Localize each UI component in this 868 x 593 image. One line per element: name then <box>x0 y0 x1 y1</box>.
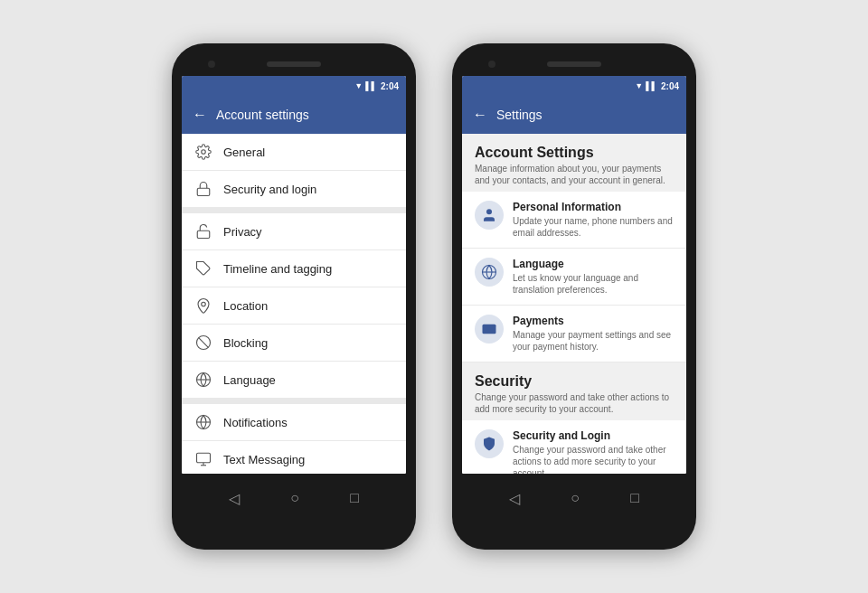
back-arrow-left[interactable]: ← <box>193 107 207 123</box>
tag-icon <box>194 259 212 278</box>
gear-icon <box>194 143 212 161</box>
account-section-header: Account Settings Manage information abou… <box>462 134 686 192</box>
message-icon <box>194 450 212 468</box>
phone-bottom-left: ◁ ○ □ <box>181 477 407 519</box>
app-header-right: ← Settings <box>462 96 686 134</box>
settings-item-personal[interactable]: Personal Information Update your name, p… <box>462 192 686 249</box>
svg-line-6 <box>199 338 209 348</box>
svg-rect-1 <box>197 188 210 195</box>
security-login-text: Security and Login Change your password … <box>513 429 674 474</box>
security-login-desc: Change your password and take other acti… <box>513 444 674 474</box>
menu-label-security: Security and login <box>223 183 316 196</box>
payments-title: Payments <box>513 315 674 327</box>
language-icon <box>475 258 504 287</box>
settings-item-security-login[interactable]: Security and Login Change your password … <box>462 420 686 474</box>
account-section-title: Account Settings <box>475 145 674 161</box>
speaker-left <box>267 61 321 67</box>
screen-right: ▼ ▌▌ 2:04 ← Settings Account Settings Ma… <box>462 76 686 474</box>
security-section-title: Security <box>475 373 674 390</box>
lock-icon <box>194 180 212 198</box>
payments-desc: Manage your payment settings and see you… <box>513 329 674 353</box>
menu-list-left: General Security and login Privacy <box>182 134 406 474</box>
status-bar-left: ▼ ▌▌ 2:04 <box>182 76 406 96</box>
status-icons-right: ▼ ▌▌ <box>635 81 657 90</box>
header-title-left: Account settings <box>216 108 309 122</box>
location-icon <box>194 296 212 315</box>
menu-item-location[interactable]: Location <box>182 287 406 325</box>
menu-item-blocking[interactable]: Blocking <box>182 325 406 362</box>
screen-left: ▼ ▌▌ 2:04 ← Account settings General <box>182 76 406 474</box>
phone-right: ▼ ▌▌ 2:04 ← Settings Account Settings Ma… <box>452 43 696 550</box>
menu-item-general[interactable]: General <box>182 134 406 171</box>
settings-screen: Account Settings Manage information abou… <box>462 134 686 474</box>
phone-top-left <box>181 56 407 72</box>
privacy-icon <box>194 222 212 240</box>
phone-left: ▼ ▌▌ 2:04 ← Account settings General <box>172 43 416 550</box>
phone-bottom-right: ◁ ○ □ <box>461 477 687 519</box>
time-left: 2:04 <box>381 81 399 91</box>
menu-label-texting: Text Messaging <box>223 453 305 466</box>
notifications-icon <box>194 413 212 431</box>
svg-point-0 <box>202 150 206 155</box>
personal-info-title: Personal Information <box>513 201 674 213</box>
personal-info-icon <box>475 201 504 230</box>
menu-item-texting[interactable]: Text Messaging <box>182 441 406 474</box>
svg-rect-2 <box>197 231 210 238</box>
language-desc: Let us know your language and translatio… <box>513 272 674 296</box>
menu-item-privacy[interactable]: Privacy <box>182 208 406 250</box>
time-right: 2:04 <box>661 81 679 91</box>
header-title-right: Settings <box>496 108 542 122</box>
back-arrow-right[interactable]: ← <box>473 107 487 123</box>
app-header-left: ← Account settings <box>182 96 406 134</box>
language-title: Language <box>513 258 674 270</box>
signal-icon-right: ▌▌ <box>646 81 657 90</box>
menu-label-language: Language <box>223 373 276 387</box>
signal-icon: ▌▌ <box>365 81 377 90</box>
menu-label-location: Location <box>223 299 268 313</box>
menu-label-general: General <box>223 146 265 159</box>
globe-icon <box>194 371 212 389</box>
menu-item-timeline[interactable]: Timeline and tagging <box>182 250 406 287</box>
menu-label-privacy: Privacy <box>223 225 262 239</box>
nav-bar-left: ◁ ○ □ <box>203 490 384 507</box>
camera-right <box>488 61 495 68</box>
security-login-icon <box>475 429 504 458</box>
status-icons-left: ▼ ▌▌ <box>354 81 377 90</box>
language-text: Language Let us know your language and t… <box>513 258 674 296</box>
phone-top-right <box>461 56 687 72</box>
status-bar-right: ▼ ▌▌ 2:04 <box>462 76 686 96</box>
menu-label-timeline: Timeline and tagging <box>223 262 332 276</box>
menu-label-blocking: Blocking <box>223 336 268 350</box>
nav-home-right[interactable]: ○ <box>571 490 580 506</box>
svg-rect-11 <box>197 453 211 463</box>
menu-item-language[interactable]: Language <box>182 362 406 399</box>
scene: ▼ ▌▌ 2:04 ← Account settings General <box>0 0 868 593</box>
nav-square-left[interactable]: □ <box>350 490 359 506</box>
speaker-right <box>547 61 601 67</box>
security-section-desc: Change your password and take other acti… <box>475 391 674 415</box>
nav-bar-right: ◁ ○ □ <box>484 490 665 507</box>
nav-back-right[interactable]: ◁ <box>509 490 520 507</box>
svg-point-14 <box>486 209 492 214</box>
nav-back-left[interactable]: ◁ <box>229 490 240 507</box>
personal-info-text: Personal Information Update your name, p… <box>513 201 674 239</box>
menu-label-notifications: Notifications <box>223 416 288 429</box>
camera-left <box>208 61 215 68</box>
payments-icon <box>475 315 504 344</box>
svg-rect-17 <box>483 325 496 334</box>
block-icon <box>194 334 212 352</box>
personal-info-desc: Update your name, phone numbers and emai… <box>513 215 674 239</box>
menu-item-notifications[interactable]: Notifications <box>182 399 406 441</box>
security-section-header: Security Change your password and take o… <box>462 362 686 420</box>
payments-text: Payments Manage your payment settings an… <box>513 315 674 353</box>
settings-item-language[interactable]: Language Let us know your language and t… <box>462 249 686 306</box>
nav-home-left[interactable]: ○ <box>290 490 299 506</box>
account-section-desc: Manage information about you, your payme… <box>475 163 674 186</box>
wifi-icon: ▼ <box>354 81 363 90</box>
security-login-title: Security and Login <box>513 429 674 442</box>
menu-item-security[interactable]: Security and login <box>182 171 406 208</box>
wifi-icon-right: ▼ <box>635 81 643 90</box>
nav-square-right[interactable]: □ <box>630 490 639 506</box>
svg-point-4 <box>202 302 206 306</box>
settings-item-payments[interactable]: Payments Manage your payment settings an… <box>462 306 686 362</box>
